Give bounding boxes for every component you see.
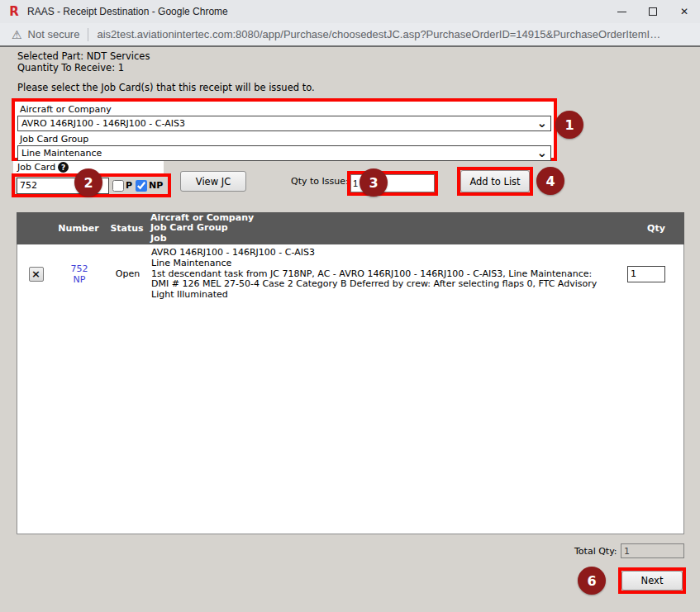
address-bar: ⚠ Not secure ais2test.aviationintertec.c…: [0, 23, 700, 47]
header-desc-line3: Job: [150, 234, 628, 244]
np-checkbox-label: NP: [149, 180, 163, 191]
minimize-button[interactable]: [606, 0, 637, 23]
row-number-line2: NP: [55, 274, 104, 285]
row-qty-cell: [627, 266, 683, 282]
instruction-text: Please select the Job Card(s) that this …: [17, 82, 315, 93]
row-group: Line Maintenance: [151, 259, 604, 269]
add-to-list-button[interactable]: Add to List: [460, 170, 530, 192]
table-header-row: Number Status Aircraft or Company Job Ca…: [17, 212, 684, 244]
minimize-icon: [617, 12, 626, 12]
close-button[interactable]: ✕: [669, 0, 700, 23]
row-number-line1: 752: [55, 263, 104, 274]
annotation-badge-4: 4: [536, 167, 564, 195]
next-button[interactable]: Next: [621, 571, 683, 591]
selected-part-text: Selected Part: NDT Services: [17, 50, 150, 62]
job-card-group-select[interactable]: Line Maintenance ⌄: [17, 145, 551, 161]
qty-to-issue-label: Qty to Issue:: [291, 176, 349, 187]
aircraft-or-company-select[interactable]: AVRO 146RJ100 - 146RJ100 - C-AIS3 ⌄: [17, 116, 551, 131]
row-aircraft: AVRO 146RJ100 - 146RJ100 - C-AIS3: [151, 248, 604, 259]
annotation-badge-3: 3: [360, 168, 388, 197]
row-remove-cell: ×: [17, 267, 55, 282]
remove-row-button[interactable]: ×: [29, 267, 44, 282]
header-desc-line2: Job Card Group: [150, 223, 628, 234]
title-bar: R RAAS - Receipt Destination - Google Ch…: [0, 0, 700, 23]
chevron-down-icon: ⌄: [536, 116, 547, 131]
annotation-badge-2: 2: [74, 168, 102, 197]
help-icon[interactable]: ?: [58, 162, 69, 173]
not-secure-label[interactable]: Not secure: [28, 28, 80, 40]
url-divider: [88, 28, 88, 41]
close-icon: ✕: [680, 6, 688, 17]
remove-x-icon: ×: [31, 268, 40, 279]
annotation-box-dropdowns: Aircraft or Company AVRO 146RJ100 - 146R…: [12, 98, 557, 161]
row-qty-input[interactable]: [627, 266, 665, 282]
row-description: AVRO 146RJ100 - 146RJ100 - C-AIS3 Line M…: [151, 244, 627, 304]
window-title: RAAS - Receipt Destination - Google Chro…: [27, 6, 228, 17]
row-number-link[interactable]: 752 NP: [55, 263, 104, 285]
chevron-down-icon: ⌄: [536, 145, 547, 161]
page-content: Selected Part: NDT Services Quantity To …: [0, 47, 700, 610]
job-card-group-label: Job Card Group: [20, 134, 551, 145]
total-qty-label: Total Qty:: [574, 546, 617, 557]
table-row: × 752 NP Open AVRO 146RJ100 - 146RJ100 -…: [17, 244, 683, 304]
header-description: Aircraft or Company Job Card Group Job: [150, 213, 628, 244]
header-qty: Qty: [628, 223, 684, 234]
annotation-badge-1: 1: [555, 111, 583, 139]
row-job: 1st descendant task from JC 718NP, AC - …: [151, 269, 604, 301]
np-checkbox[interactable]: [136, 180, 147, 192]
window-controls: ✕: [606, 0, 700, 23]
job-card-group-value: Line Maintenance: [21, 148, 102, 159]
job-card-label: Job Card: [17, 162, 55, 173]
maximize-button[interactable]: [637, 0, 669, 23]
p-checkbox[interactable]: [112, 180, 124, 192]
annotation-box-add-to-list: Add to List: [457, 167, 533, 196]
url-text[interactable]: ais2test.aviationintertec.com:8080/app/P…: [97, 28, 660, 40]
job-card-table: Number Status Aircraft or Company Job Ca…: [17, 212, 684, 534]
annotation-badge-6: 6: [578, 567, 606, 595]
row-status: Open: [104, 268, 151, 279]
maximize-icon: [649, 7, 657, 16]
total-qty-input: [621, 543, 684, 558]
aircraft-or-company-label: Aircraft or Company: [20, 104, 551, 115]
aircraft-or-company-value: AVRO 146RJ100 - 146RJ100 - C-AIS3: [21, 118, 185, 129]
view-jc-button[interactable]: View JC: [180, 171, 246, 192]
raas-logo-icon: R: [7, 5, 21, 18]
p-checkbox-label: P: [126, 180, 132, 191]
annotation-box-next: Next: [618, 567, 686, 594]
not-secure-warning-icon: ⚠: [12, 29, 22, 40]
header-number: Number: [54, 223, 103, 234]
chrome-popup-window: R RAAS - Receipt Destination - Google Ch…: [0, 0, 700, 612]
quantity-to-receive-text: Quantity To Receive: 1: [17, 62, 124, 74]
header-status: Status: [103, 223, 150, 234]
